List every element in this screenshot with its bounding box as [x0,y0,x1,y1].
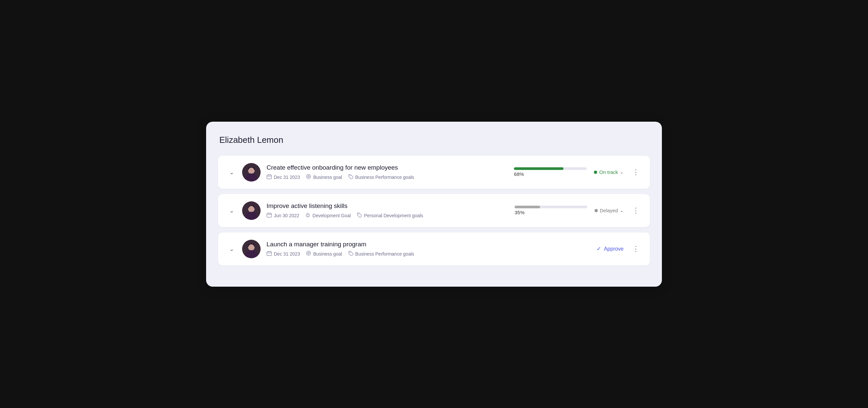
goal-tag-1: Business Performance goals [348,174,414,180]
goal-right-2: 35%Delayed⌄⋮ [515,206,641,215]
goal-type-text-2: Development Goal [312,213,351,218]
tag-icon-1 [348,174,353,180]
goal-date-text-2: Jun 30 2022 [274,213,299,218]
expand-goal-1[interactable]: ⌄ [227,167,236,177]
status-chevron-2[interactable]: ⌄ [620,208,624,213]
goal-info-2: Improve active listening skills Jun 30 2… [267,202,509,218]
calendar-icon [267,251,272,257]
goal-type-icon-3 [306,251,311,257]
calendar-icon [267,174,272,180]
progress-bar-fill-2 [515,206,540,208]
svg-rect-5 [267,175,272,179]
avatar [242,201,260,220]
more-options-button-3[interactable]: ⋮ [631,245,641,253]
progress-section-1: 68% [514,167,587,177]
progress-pct-2: 35% [515,210,525,215]
status-label-2: Delayed [600,208,618,213]
tag-icon-3 [348,251,353,257]
main-card: Elizabeth Lemon ⌄ Create effective onboa… [206,122,662,287]
svg-point-4 [248,168,254,174]
goal-type-text-3: Business goal [313,251,342,257]
expand-goal-3[interactable]: ⌄ [227,244,236,254]
svg-point-34 [308,253,309,254]
avatar [242,163,260,181]
status-dot-2 [594,209,598,212]
goal-card-2: ⌄ Improve active listening skills Jun 30… [218,194,650,227]
goal-tag-3: Business Performance goals [348,251,414,257]
goal-type-1: Business goal [306,174,342,180]
goal-date-text-3: Dec 31 2023 [274,251,300,257]
more-options-button-2[interactable]: ⋮ [631,206,641,215]
goal-date-1: Dec 31 2023 [267,174,300,180]
expand-goal-2[interactable]: ⌄ [227,206,236,215]
status-label-1: On track [599,169,618,175]
goal-type-icon-2 [305,212,310,218]
svg-point-12 [349,175,350,176]
goal-type-3: Business goal [306,251,342,257]
goal-card-3: ⌄ Launch a manager training program Dec … [218,232,650,265]
avatar [242,240,260,258]
goal-type-text-1: Business goal [313,175,342,180]
status-chevron-1[interactable]: ⌄ [620,170,624,175]
progress-section-2: 35% [515,206,587,215]
goal-date-2: Jun 30 2022 [267,212,299,218]
progress-bar-fill-1 [514,167,563,170]
goal-right-1: 68%On track⌄⋮ [514,167,641,177]
goal-title-1: Create effective onboarding for new empl… [267,164,508,171]
goal-tag-text-1: Business Performance goals [355,175,414,180]
progress-bar-track-1 [514,167,587,170]
goal-info-3: Launch a manager training program Dec 31… [267,241,523,257]
status-dot-1 [594,171,597,174]
goal-date-3: Dec 31 2023 [267,251,300,257]
more-options-button-1[interactable]: ⋮ [631,168,641,177]
progress-bar-track-2 [515,206,587,208]
approve-label: Approve [604,246,624,252]
goals-list: ⌄ Create effective onboarding for new em… [218,156,650,265]
page-title: Elizabeth Lemon [218,135,650,145]
goal-meta-3: Dec 31 2023 Business goal Business Perfo… [267,251,523,257]
goal-type-icon-1 [306,174,311,180]
goal-info-1: Create effective onboarding for new empl… [267,164,508,180]
goal-title-3: Launch a manager training program [267,241,523,248]
goal-title-2: Improve active listening skills [267,202,509,210]
goal-meta-1: Dec 31 2023 Business goal Business Perfo… [267,174,508,180]
goal-tag-text-3: Business Performance goals [355,251,414,257]
svg-point-27 [248,244,254,250]
progress-pct-1: 68% [514,171,524,177]
goal-right-3: ✓Approve⋮ [528,245,641,253]
goal-date-text-1: Dec 31 2023 [274,175,300,180]
approve-button-3[interactable]: ✓Approve [596,245,624,252]
svg-point-22 [358,213,359,214]
svg-point-11 [308,176,309,177]
approve-check-icon: ✓ [596,245,601,252]
calendar-icon [267,212,272,218]
svg-point-35 [349,252,350,253]
goal-tag-2: Personal Development goals [357,212,423,218]
status-section-1: On track⌄ [594,169,624,175]
svg-point-17 [248,206,254,212]
tag-icon-2 [357,212,362,218]
goal-tag-text-2: Personal Development goals [364,213,423,218]
goal-card-1: ⌄ Create effective onboarding for new em… [218,156,650,189]
goal-type-2: Development Goal [305,212,351,218]
status-section-2: Delayed⌄ [594,208,624,213]
svg-rect-28 [267,252,272,256]
svg-rect-18 [267,213,272,217]
goal-meta-2: Jun 30 2022 Development Goal Personal De… [267,212,509,218]
